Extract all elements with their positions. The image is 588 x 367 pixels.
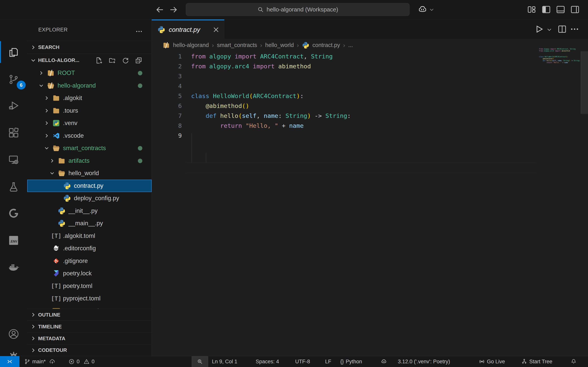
go-live-status[interactable]: Go Live	[479, 356, 505, 367]
folder-icon	[52, 107, 60, 115]
encoding-status[interactable]: UTF-8	[295, 356, 310, 367]
line-number: 5	[152, 91, 182, 101]
git-branch-status[interactable]: main*	[24, 356, 55, 367]
docker-view-icon[interactable]	[0, 256, 27, 279]
toggle-primary-sidebar-icon[interactable]	[541, 5, 551, 14]
tree-item-poetry-lock[interactable]: poetry.lock	[27, 267, 152, 280]
section-codetour[interactable]: CODETOUR	[27, 344, 151, 356]
tree-item-artifacts[interactable]: artifacts	[27, 155, 152, 167]
close-tab-icon[interactable]	[212, 26, 220, 33]
tree-item--init-py[interactable]: __init__.py	[27, 205, 152, 217]
split-editor-icon[interactable]	[557, 24, 567, 34]
section-outline[interactable]: OUTLINE	[27, 309, 151, 321]
code-line-5[interactable]: 5class HelloWorld(ARC4Contract):	[152, 91, 588, 101]
eol-status[interactable]: LF	[325, 356, 331, 367]
tree-item-deploy-config-py[interactable]: deploy_config.py	[27, 192, 152, 205]
breadcrumb-item[interactable]: hello_world	[265, 42, 294, 48]
tree-item--editorconfig[interactable]: .editorconfig	[27, 242, 152, 255]
extensions-view-icon[interactable]	[0, 122, 27, 144]
code-line-3[interactable]: 3	[152, 71, 588, 81]
current-line-border	[186, 163, 536, 163]
tree-item--main-py[interactable]: __main__.py	[27, 217, 152, 230]
back-icon[interactable]	[155, 5, 164, 14]
run-python-file-icon[interactable]	[534, 24, 544, 34]
language-mode[interactable]: {} Python	[340, 356, 362, 367]
tree-item-hello-world[interactable]: hello_world	[27, 167, 152, 180]
tree-item-contract-py[interactable]: contract.py	[27, 180, 152, 192]
section-timeline[interactable]: TIMELINE	[27, 321, 151, 333]
tree-item-label: contract.py	[74, 182, 104, 189]
chevron-right-icon	[30, 323, 36, 330]
code-line-7[interactable]: 7 def hello(self, name: String) -> Strin…	[152, 111, 588, 121]
tab-contract-py[interactable]: contract.py	[152, 19, 225, 39]
section-metadata[interactable]: METADATA	[27, 333, 151, 344]
breadcrumb-item[interactable]: smart_contracts	[217, 42, 257, 48]
indentation-status[interactable]: Spaces: 4	[256, 356, 279, 367]
tree-item-pyproject-toml[interactable]: [T]pyproject.toml	[27, 292, 152, 305]
code-line-8[interactable]: 8 return "Hello, " + name	[152, 121, 588, 131]
testing-view-icon[interactable]	[0, 176, 27, 199]
command-center-search[interactable]: hello-algorand (Workspace)	[186, 3, 409, 16]
section-search[interactable]: SEARCH	[27, 41, 151, 54]
minimap[interactable]: from algopy import ARC4Contract, String …	[539, 48, 578, 66]
tree-item-poetry-toml[interactable]: [T]poetry.toml	[27, 280, 152, 292]
dotenv-view-icon[interactable]: .ENV	[0, 229, 27, 252]
tree-item-smart-contracts[interactable]: smart_contracts	[27, 142, 152, 155]
copilot-icon[interactable]	[418, 5, 427, 14]
python-interpreter-status[interactable]: 3.12.0 ('.venv': Poetry)	[398, 356, 450, 367]
forward-icon[interactable]	[169, 5, 178, 14]
collapse-all-icon[interactable]	[135, 57, 143, 64]
toggle-panel-icon[interactable]	[556, 5, 565, 14]
chevron-right-icon	[30, 335, 36, 342]
code-line-9[interactable]: 9	[152, 131, 588, 141]
code-area[interactable]: 1from algopy import ARC4Contract, String…	[152, 51, 588, 356]
editor-more-actions-icon[interactable]	[570, 24, 579, 34]
section-workspace[interactable]: HELLO-ALGOR...	[27, 54, 151, 67]
run-dropdown-chevron-icon[interactable]	[546, 26, 553, 33]
new-folder-icon[interactable]	[108, 57, 116, 64]
chevron-down-icon[interactable]	[429, 7, 435, 13]
git-modified-dot	[138, 159, 142, 163]
start-tree-status[interactable]: Start Tree	[521, 356, 553, 367]
account-icon[interactable]	[0, 323, 27, 345]
zoom-status-icon[interactable]	[191, 356, 208, 367]
code-line-6[interactable]: 6 @abimethod()	[152, 101, 588, 111]
breadcrumb-item[interactable]: contract.py	[312, 42, 340, 48]
code-line-1[interactable]: 1from algopy import ARC4Contract, String	[152, 51, 588, 61]
copilot-status-icon[interactable]	[381, 356, 387, 367]
tree-item-label: poetry.lock	[63, 270, 92, 277]
remote-explorer-view-icon[interactable]	[0, 149, 27, 171]
tree-item--algokit[interactable]: .algokit	[27, 92, 152, 104]
python-icon	[157, 26, 165, 33]
tree-item-readme-md[interactable]: README.md	[27, 305, 152, 309]
new-file-icon[interactable]	[95, 57, 103, 64]
problems-status[interactable]: 0 0	[69, 356, 95, 367]
refresh-icon[interactable]	[121, 57, 129, 64]
notifications-bell-icon[interactable]	[571, 356, 577, 367]
tree-item-root[interactable]: ROOT	[27, 67, 152, 79]
code-line-4[interactable]: 4	[152, 81, 588, 91]
editor-scrollbar[interactable]	[581, 51, 588, 114]
gitlens-view-icon[interactable]	[0, 202, 27, 225]
tree-item--venv[interactable]: .venv	[27, 117, 152, 130]
tree-item-hello-algorand[interactable]: hello-algorand	[27, 79, 152, 92]
publish-cloud-icon[interactable]	[49, 359, 55, 365]
tree-item--gitignore[interactable]: .gitignore	[27, 255, 152, 267]
remote-indicator[interactable]	[0, 356, 19, 367]
tree-item--algokit-toml[interactable]: [T].algokit.toml	[27, 230, 152, 242]
toggle-secondary-sidebar-icon[interactable]	[570, 5, 580, 14]
breadcrumb-item[interactable]: ...	[348, 42, 353, 48]
breadcrumb-item[interactable]: hello-algorand	[173, 42, 209, 48]
chevron-right-icon	[30, 311, 36, 318]
tree-item-label: __main__.py	[69, 220, 103, 227]
explorer-more-actions-icon[interactable]	[135, 28, 143, 35]
tree-item-label: smart_contracts	[63, 145, 106, 152]
source-control-view-icon[interactable]: 6	[0, 68, 27, 91]
run-debug-view-icon[interactable]	[0, 94, 27, 117]
cursor-position[interactable]: Ln 9, Col 1	[212, 356, 237, 367]
customize-layout-icon[interactable]	[527, 5, 537, 14]
explorer-view-icon[interactable]	[0, 41, 27, 64]
tree-item--vscode[interactable]: .vscode	[27, 130, 152, 142]
tree-item--tours[interactable]: .tours	[27, 104, 152, 117]
code-line-2[interactable]: 2from algopy.arc4 import abimethod	[152, 61, 588, 71]
